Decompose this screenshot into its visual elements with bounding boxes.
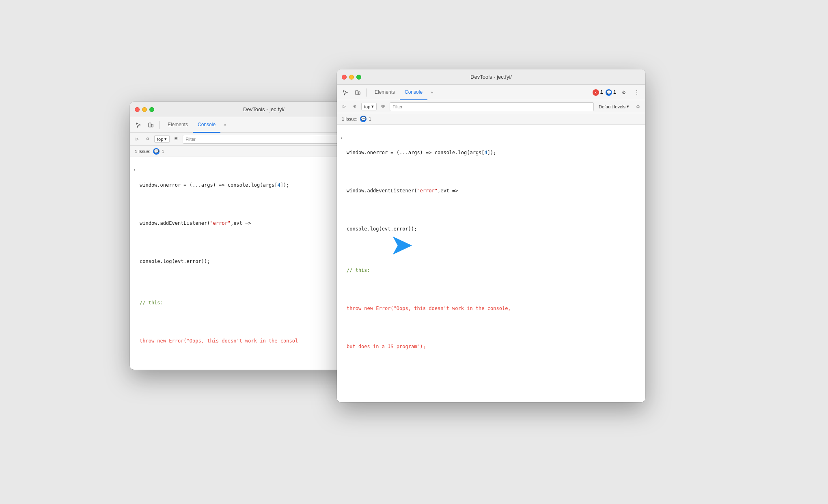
console-content-front: › window.onerror = (...args) => console.… — [337, 125, 645, 378]
filter-input-back[interactable] — [183, 135, 346, 144]
device-tool-front[interactable] — [352, 87, 363, 98]
console-toolbar-front: ▷ ⊘ top ▾ 👁 Default levels ▾ ⚙ — [337, 100, 645, 113]
svg-rect-1 — [151, 124, 153, 127]
issues-badge-front: 💬 — [360, 116, 367, 122]
tab-console-back[interactable]: Console — [193, 117, 220, 133]
traffic-lights-front — [342, 75, 361, 80]
run-btn-front[interactable]: ▷ — [340, 103, 348, 111]
window-title-back: DevTools - jec.fyi/ — [243, 106, 285, 112]
block-btn-front[interactable]: ⊘ — [351, 103, 359, 111]
settings-button-front[interactable]: ⚙ — [619, 87, 629, 98]
tab-toolbar-front: Elements Console » ✕ 1 💬 1 ⚙ ⋮ — [337, 85, 645, 100]
issues-label-back: 1 Issue: — [135, 149, 151, 154]
tab-elements-back[interactable]: Elements — [163, 117, 193, 133]
gear-btn-front[interactable]: ⚙ — [634, 103, 642, 111]
input-line-1-front: › window.onerror = (...args) => console.… — [337, 126, 645, 172]
run-btn-back[interactable]: ▷ — [133, 135, 141, 143]
top-label-front: top — [364, 104, 370, 109]
cursor-tool-front[interactable] — [340, 87, 351, 98]
issues-count-front: 1 — [369, 116, 371, 121]
close-button-back[interactable] — [135, 107, 140, 112]
block-btn-back[interactable]: ⊘ — [144, 135, 152, 143]
error-count-front: 1 — [600, 90, 603, 95]
tabs-back: Elements Console » — [163, 117, 229, 133]
minimize-button-front[interactable] — [349, 75, 354, 80]
throw-line2-front: but does in a JS program"); — [337, 327, 645, 366]
cursor-tool-back[interactable] — [133, 120, 144, 130]
maximize-button-back[interactable] — [149, 107, 154, 112]
tab-more-back[interactable]: » — [220, 117, 229, 133]
filter-input-front[interactable] — [390, 102, 594, 111]
issues-badge-back: 💬 — [153, 148, 160, 155]
levels-dropdown-front[interactable]: Default levels ▾ — [596, 103, 632, 110]
issues-label-front: 1 Issue: — [342, 116, 358, 121]
device-tool-back[interactable] — [145, 120, 156, 130]
eye-btn-back[interactable]: 👁 — [172, 135, 180, 143]
msg-badge-front: 💬 — [606, 89, 612, 96]
svg-rect-2 — [356, 90, 358, 95]
title-bar-front: DevTools - jec.fyi/ — [337, 69, 645, 85]
top-dropdown-front[interactable]: top ▾ — [361, 103, 377, 110]
tab-elements-front[interactable]: Elements — [370, 85, 400, 100]
issues-count-back: 1 — [162, 149, 164, 154]
minimize-button-back[interactable] — [142, 107, 147, 112]
devtools-window-front: DevTools - jec.fyi/ Elements Console » ✕… — [337, 69, 645, 402]
scene: DevTools - jec.fyi/ Elements Console » ✕… — [130, 69, 698, 435]
issues-bar-front: 1 Issue: 💬 1 — [337, 113, 645, 125]
blue-arrow: ➤ — [390, 230, 414, 259]
comment-or-front: // or this: — [337, 369, 645, 378]
levels-label-front: Default levels — [599, 104, 625, 109]
tab-console-front[interactable]: Console — [400, 85, 427, 100]
sep-front — [366, 88, 367, 97]
traffic-lights-back — [135, 107, 154, 112]
maximize-button-front[interactable] — [356, 75, 361, 80]
top-label-back: top — [157, 137, 163, 142]
close-button-front[interactable] — [342, 75, 347, 80]
sep-back — [159, 121, 160, 129]
input-line-2-front: window.addEventListener("error",evt => — [337, 172, 645, 210]
eye-btn-front[interactable]: 👁 — [379, 103, 387, 111]
top-dropdown-back[interactable]: top ▾ — [154, 135, 170, 143]
svg-rect-3 — [358, 92, 360, 95]
more-button-front[interactable]: ⋮ — [632, 87, 642, 98]
error-badge-front: ✕ — [593, 89, 599, 96]
svg-rect-0 — [149, 123, 151, 127]
tabs-front: Elements Console » — [370, 85, 436, 100]
throw-line-front: throw new Error("Oops, this doesn't work… — [337, 289, 645, 327]
input-line-3-front: console.log(evt.error)); — [337, 210, 645, 248]
comment-this-front: // this: — [337, 251, 645, 289]
window-title-front: DevTools - jec.fyi/ — [470, 74, 512, 80]
msg-count-front: 1 — [613, 90, 616, 95]
tab-more-front[interactable]: » — [427, 85, 436, 100]
